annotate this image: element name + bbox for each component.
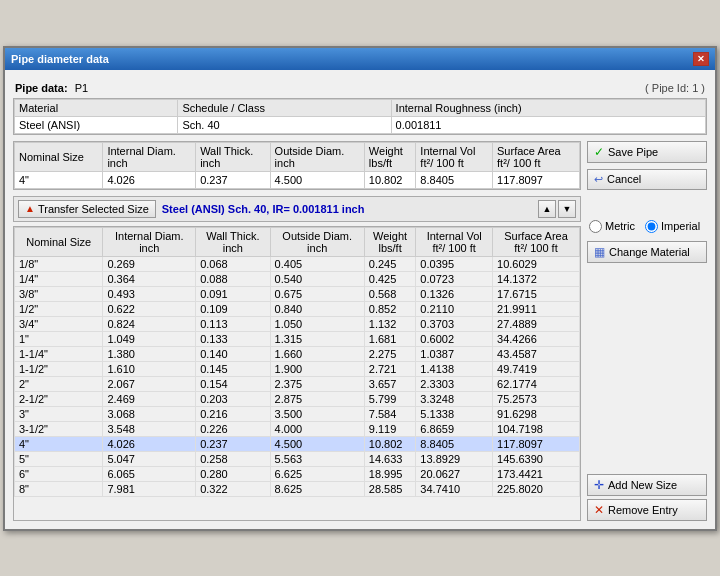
selected-size-row: 4" 4.026 0.237 4.500 10.802 8.8405 117.8… [15, 171, 580, 188]
cancel-icon: ↩ [594, 173, 603, 186]
close-button[interactable]: ✕ [693, 52, 709, 66]
imperial-label: Imperial [661, 220, 700, 232]
cancel-btn-label: Cancel [607, 173, 641, 185]
table-row[interactable]: 3/8"0.4930.0910.6750.5680.132617.6715 [15, 286, 580, 301]
sel-wall-thick: 0.237 [196, 171, 270, 188]
main-window: Pipe diameter data ✕ Pipe data: P1 ( Pip… [3, 46, 717, 531]
table-row[interactable]: 3"3.0680.2163.5007.5845.133891.6298 [15, 406, 580, 421]
sth-int-diam: Internal Diam.inch [103, 227, 196, 256]
table-row[interactable]: 1/2"0.6220.1090.8400.8520.211021.9911 [15, 301, 580, 316]
nav-down-button[interactable]: ▼ [558, 200, 576, 218]
table-row[interactable]: 8"7.9810.3228.62528.58534.7410225.8020 [15, 481, 580, 496]
col-schedule: Schedule / Class [178, 99, 391, 116]
sel-surf-area: 117.8097 [493, 171, 580, 188]
left-panel: Nominal Size Internal Diam.inch Wall Thi… [13, 141, 581, 521]
table-row[interactable]: 1/8"0.2690.0680.4050.2450.039510.6029 [15, 256, 580, 271]
table-row[interactable]: 1/4"0.3640.0880.5400.4250.072314.1372 [15, 271, 580, 286]
content-area: Pipe data: P1 ( Pipe Id: 1 ) Material Sc… [5, 70, 715, 529]
imperial-option[interactable]: Imperial [645, 220, 700, 233]
pipe-size-table: Nominal Size Internal Diam.inch Wall Thi… [14, 227, 580, 497]
window-title: Pipe diameter data [11, 53, 109, 65]
table-row[interactable]: 2-1/2"2.4690.2032.8755.7993.324875.2573 [15, 391, 580, 406]
cancel-button[interactable]: ↩ Cancel [587, 169, 707, 190]
pipe-id: ( Pipe Id: 1 ) [645, 82, 705, 94]
save-pipe-button[interactable]: ✓ Save Pipe [587, 141, 707, 163]
nav-up-button[interactable]: ▲ [538, 200, 556, 218]
pipe-name: P1 [75, 82, 88, 94]
table-row[interactable]: 1-1/2"1.6100.1451.9002.7211.413849.7419 [15, 361, 580, 376]
material-row: Steel (ANSI) Sch. 40 0.001811 [15, 116, 706, 133]
sh-weight: Weightlbs/ft [364, 142, 416, 171]
col-roughness: Internal Roughness (inch) [391, 99, 705, 116]
table-row[interactable]: 1"1.0490.1331.3151.6810.600234.4266 [15, 331, 580, 346]
metric-label: Metric [605, 220, 635, 232]
material-table: Material Schedule / Class Internal Rough… [14, 99, 706, 134]
table-row[interactable]: 2"2.0670.1542.3753.6572.330362.1774 [15, 376, 580, 391]
table-row[interactable]: 6"6.0650.2806.62518.99520.0627173.4421 [15, 466, 580, 481]
imperial-radio[interactable] [645, 220, 658, 233]
schedule-value: Sch. 40 [178, 116, 391, 133]
metric-option[interactable]: Metric [589, 220, 635, 233]
sel-out-diam: 4.500 [270, 171, 364, 188]
bottom-buttons: ✛ Add New Size ✕ Remove Entry [587, 474, 707, 521]
sh-nominal: Nominal Size [15, 142, 103, 171]
nav-arrows: ▲ ▼ [538, 200, 576, 218]
pipe-data-header: Pipe data: P1 ( Pipe Id: 1 ) [13, 78, 707, 98]
transfer-btn-label: Transfer Selected Size [38, 203, 149, 215]
sh-wall-thick: Wall Thick.inch [196, 142, 270, 171]
remove-icon: ✕ [594, 503, 604, 517]
sth-int-vol: Internal Volft²/ 100 ft [416, 227, 493, 256]
sel-weight: 10.802 [364, 171, 416, 188]
sel-int-diam: 4.026 [103, 171, 196, 188]
metric-radio[interactable] [589, 220, 602, 233]
unit-radio-group: Metric Imperial [587, 216, 707, 237]
add-btn-label: Add New Size [608, 479, 677, 491]
sth-nominal: Nominal Size [15, 227, 103, 256]
title-bar: Pipe diameter data ✕ [5, 48, 715, 70]
pipe-size-table-container[interactable]: Nominal Size Internal Diam.inch Wall Thi… [13, 226, 581, 521]
sth-wall-thick: Wall Thick.inch [196, 227, 270, 256]
table-row[interactable]: 1-1/4"1.3800.1401.6602.2751.038743.4587 [15, 346, 580, 361]
transfer-selected-size-button[interactable]: ▲ Transfer Selected Size [18, 200, 156, 218]
sh-int-vol: Internal Volft²/ 100 ft [416, 142, 493, 171]
sel-int-vol: 8.8405 [416, 171, 493, 188]
table-row[interactable]: 3-1/2"3.5480.2264.0009.1196.8659104.7198 [15, 421, 580, 436]
transfer-arrow-icon: ▲ [25, 203, 35, 214]
change-material-button[interactable]: ▦ Change Material [587, 241, 707, 263]
sth-weight: Weightlbs/ft [364, 227, 416, 256]
table-row[interactable]: 3/4"0.8240.1131.0501.1320.370327.4889 [15, 316, 580, 331]
remove-btn-label: Remove Entry [608, 504, 678, 516]
table-row[interactable]: 5"5.0470.2585.56314.63313.8929145.6390 [15, 451, 580, 466]
remove-entry-button[interactable]: ✕ Remove Entry [587, 499, 707, 521]
pipe-data-label: Pipe data: [15, 82, 68, 94]
table-row[interactable]: 4"4.0260.2374.50010.8028.8405117.8097 [15, 436, 580, 451]
material-value: Steel (ANSI) [15, 116, 178, 133]
material-text: Steel (ANSI) Sch. 40, IR= 0.001811 inch [162, 203, 365, 215]
main-layout: Nominal Size Internal Diam.inch Wall Thi… [13, 141, 707, 521]
checkmark-icon: ✓ [594, 145, 604, 159]
change-material-icon: ▦ [594, 245, 605, 259]
right-panel: ✓ Save Pipe ↩ Cancel Metric Imp [587, 141, 707, 521]
material-info-section: Material Schedule / Class Internal Rough… [13, 98, 707, 135]
sel-nominal: 4" [15, 171, 103, 188]
change-material-label: Change Material [609, 246, 690, 258]
roughness-value: 0.001811 [391, 116, 705, 133]
sth-out-diam: Outside Diam.inch [270, 227, 364, 256]
material-info-label: Steel (ANSI) Sch. 40, IR= 0.001811 inch [162, 203, 365, 215]
add-new-size-button[interactable]: ✛ Add New Size [587, 474, 707, 496]
transfer-bar: ▲ Transfer Selected Size Steel (ANSI) Sc… [13, 196, 581, 222]
sh-int-diam: Internal Diam.inch [103, 142, 196, 171]
col-material: Material [15, 99, 178, 116]
sh-surf-area: Surface Areaft²/ 100 ft [493, 142, 580, 171]
add-icon: ✛ [594, 478, 604, 492]
sth-surf-area: Surface Areaft²/ 100 ft [493, 227, 580, 256]
selected-size-section: Nominal Size Internal Diam.inch Wall Thi… [13, 141, 581, 190]
save-btn-label: Save Pipe [608, 146, 658, 158]
sh-out-diam: Outside Diam.inch [270, 142, 364, 171]
selected-size-table: Nominal Size Internal Diam.inch Wall Thi… [14, 142, 580, 189]
